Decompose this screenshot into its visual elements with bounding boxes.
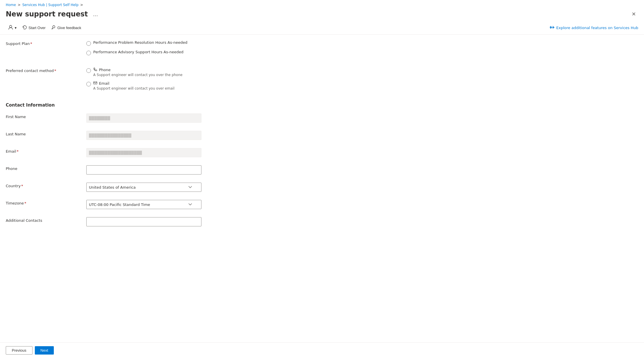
svg-point-0: [9, 25, 12, 28]
timezone-field: UTC-08:00 Pacific Standard Time: [86, 200, 635, 209]
give-feedback-label: Give feedback: [57, 26, 81, 30]
support-plan-title1: Performance Problem Resolution Hours As-…: [93, 40, 187, 45]
contact-phone-option[interactable]: Phone A Support engineer will contact yo…: [86, 67, 635, 77]
phone-icon: [93, 67, 97, 72]
last-name-row: Last Name: [6, 131, 635, 140]
start-over-button[interactable]: Start Over: [20, 24, 48, 32]
email-label: Email*: [6, 148, 86, 154]
email-row: Email*: [6, 148, 635, 157]
explore-link[interactable]: Explore additional features on Services …: [550, 25, 638, 31]
first-name-row: First Name: [6, 113, 635, 123]
next-button[interactable]: Next: [35, 346, 54, 355]
user-icon: [8, 25, 13, 31]
last-name-label: Last Name: [6, 131, 86, 136]
timezone-label: Timezone*: [6, 200, 86, 205]
page-title: New support request: [6, 10, 88, 18]
support-plan-option2[interactable]: Performance Advisory Support Hours As-ne…: [86, 50, 635, 55]
additional-contacts-label: Additional Contacts: [6, 217, 86, 223]
country-select[interactable]: United States of America: [86, 183, 201, 192]
email-field: [86, 148, 635, 157]
toolbar-left: ▾ Start Over Give feedback: [6, 24, 83, 32]
timezone-value: UTC-08:00 Pacific Standard Time: [89, 202, 150, 207]
breadcrumb-services-hub[interactable]: Services Hub | Support Self Help: [22, 3, 79, 7]
timezone-chevron-icon: [188, 203, 192, 207]
phone-input[interactable]: [86, 165, 201, 175]
email-input[interactable]: [86, 148, 201, 157]
user-profile-button[interactable]: ▾: [6, 24, 19, 32]
explore-label: Explore additional features on Services …: [556, 26, 638, 30]
country-label: Country*: [6, 183, 86, 188]
support-plan-radio1[interactable]: [86, 41, 91, 46]
additional-contacts-row: Additional Contacts: [6, 217, 635, 226]
contact-email-title: Email: [93, 81, 174, 86]
breadcrumb-sep2: >: [80, 3, 83, 7]
bottom-nav: Previous Next: [0, 342, 644, 358]
support-plan-row: Support Plan* Performance Problem Resolu…: [6, 40, 635, 59]
main-scroll-area: Support Plan* Performance Problem Resolu…: [0, 35, 644, 342]
close-button[interactable]: ✕: [629, 10, 638, 18]
toolbar: ▾ Start Over Give feedback: [0, 21, 644, 35]
additional-contacts-input[interactable]: [86, 217, 201, 226]
contact-phone-title: Phone: [93, 67, 182, 72]
contact-phone-desc: A Support engineer will contact you over…: [93, 73, 182, 77]
give-feedback-button[interactable]: Give feedback: [49, 24, 83, 32]
ellipsis-menu[interactable]: ...: [93, 11, 98, 17]
svg-point-1: [53, 26, 55, 28]
last-name-input[interactable]: [86, 131, 201, 140]
preferred-contact-field: Phone A Support engineer will contact yo…: [86, 67, 635, 94]
contact-email-option[interactable]: Email A Support engineer will contact yo…: [86, 81, 635, 90]
content-wrapper: Support Plan* Performance Problem Resolu…: [0, 35, 644, 342]
breadcrumb-home[interactable]: Home: [6, 3, 16, 7]
start-over-label: Start Over: [28, 26, 45, 30]
email-icon: [93, 81, 97, 86]
start-over-icon: [22, 25, 27, 31]
support-plan-option1[interactable]: Performance Problem Resolution Hours As-…: [86, 40, 635, 46]
last-name-field: [86, 131, 635, 140]
country-field: United States of America: [86, 183, 635, 192]
breadcrumb-sep1: >: [18, 3, 20, 7]
previous-button[interactable]: Previous: [6, 346, 33, 355]
country-value: United States of America: [89, 185, 136, 190]
support-plan-field: Performance Problem Resolution Hours As-…: [86, 40, 635, 59]
contact-email-radio[interactable]: [86, 82, 91, 86]
phone-label: Phone: [6, 165, 86, 171]
support-plan-label2: Performance Advisory Support Hours As-ne…: [93, 50, 183, 54]
user-dropdown-icon: ▾: [15, 26, 17, 30]
contact-info-heading: Contact Information: [6, 103, 635, 108]
preferred-contact-label: Preferred contact method*: [6, 67, 86, 73]
explore-icon: [550, 25, 555, 31]
country-row: Country* United States of America: [6, 183, 635, 192]
contact-email-desc: A Support engineer will contact you over…: [93, 86, 174, 90]
timezone-row: Timezone* UTC-08:00 Pacific Standard Tim…: [6, 200, 635, 209]
first-name-label: First Name: [6, 113, 86, 119]
additional-contacts-field: [86, 217, 635, 226]
first-name-field: [86, 113, 635, 123]
phone-field: [86, 165, 635, 175]
contact-phone-label: Phone A Support engineer will contact yo…: [93, 67, 182, 77]
support-plan-radio2[interactable]: [86, 51, 91, 55]
page-title-row: New support request ... ✕: [0, 9, 644, 21]
country-chevron-icon: [188, 185, 192, 189]
preferred-contact-row: Preferred contact method* Phone: [6, 67, 635, 94]
support-plan-label: Support Plan*: [6, 40, 86, 46]
support-plan-label1: Performance Problem Resolution Hours As-…: [93, 40, 187, 45]
contact-phone-radio[interactable]: [86, 68, 91, 73]
breadcrumb: Home > Services Hub | Support Self Help …: [0, 0, 644, 9]
give-feedback-icon: [51, 25, 56, 31]
timezone-select[interactable]: UTC-08:00 Pacific Standard Time: [86, 200, 201, 209]
phone-row: Phone: [6, 165, 635, 175]
first-name-input[interactable]: [86, 113, 201, 123]
support-plan-title2: Performance Advisory Support Hours As-ne…: [93, 50, 183, 54]
contact-email-label: Email A Support engineer will contact yo…: [93, 81, 174, 90]
